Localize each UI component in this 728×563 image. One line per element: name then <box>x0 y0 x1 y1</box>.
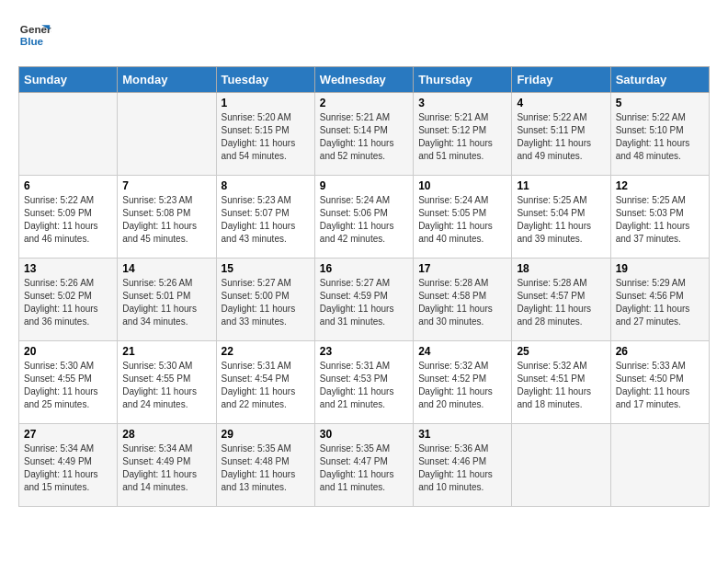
day-number: 14 <box>122 262 210 275</box>
day-info: Sunrise: 5:31 AM Sunset: 4:54 PM Dayligh… <box>222 360 310 411</box>
calendar-cell: 9Sunrise: 5:24 AM Sunset: 5:06 PM Daylig… <box>314 176 413 259</box>
calendar-cell: 27Sunrise: 5:34 AM Sunset: 4:49 PM Dayli… <box>19 424 118 507</box>
calendar-cell: 7Sunrise: 5:23 AM Sunset: 5:08 PM Daylig… <box>118 176 216 259</box>
weekday-header-friday: Friday <box>512 67 610 93</box>
day-number: 9 <box>320 179 408 192</box>
day-number: 25 <box>517 345 605 358</box>
svg-text:General: General <box>20 23 51 35</box>
day-info: Sunrise: 5:20 AM Sunset: 5:15 PM Dayligh… <box>222 111 310 163</box>
day-info: Sunrise: 5:21 AM Sunset: 5:12 PM Dayligh… <box>418 111 506 163</box>
calendar-cell: 23Sunrise: 5:31 AM Sunset: 4:53 PM Dayli… <box>314 341 413 424</box>
calendar-cell: 30Sunrise: 5:35 AM Sunset: 4:47 PM Dayli… <box>314 424 413 507</box>
calendar-cell: 2Sunrise: 5:21 AM Sunset: 5:14 PM Daylig… <box>314 93 413 176</box>
day-info: Sunrise: 5:25 AM Sunset: 5:03 PM Dayligh… <box>616 194 704 246</box>
day-number: 6 <box>24 179 112 192</box>
day-info: Sunrise: 5:22 AM Sunset: 5:10 PM Dayligh… <box>616 111 704 163</box>
day-info: Sunrise: 5:22 AM Sunset: 5:09 PM Dayligh… <box>24 194 112 246</box>
day-info: Sunrise: 5:30 AM Sunset: 4:55 PM Dayligh… <box>24 360 112 411</box>
day-info: Sunrise: 5:23 AM Sunset: 5:07 PM Dayligh… <box>222 194 310 246</box>
day-info: Sunrise: 5:31 AM Sunset: 4:53 PM Dayligh… <box>320 360 408 411</box>
day-number: 11 <box>517 179 605 192</box>
calendar-cell: 25Sunrise: 5:32 AM Sunset: 4:51 PM Dayli… <box>512 341 610 424</box>
day-info: Sunrise: 5:27 AM Sunset: 4:59 PM Dayligh… <box>320 277 408 328</box>
calendar-cell: 14Sunrise: 5:26 AM Sunset: 5:01 PM Dayli… <box>118 259 216 341</box>
day-number: 19 <box>616 262 704 275</box>
calendar-cell: 20Sunrise: 5:30 AM Sunset: 4:55 PM Dayli… <box>19 341 118 424</box>
weekday-header-saturday: Saturday <box>610 67 709 93</box>
weekday-header-wednesday: Wednesday <box>314 67 413 93</box>
calendar-cell: 16Sunrise: 5:27 AM Sunset: 4:59 PM Dayli… <box>314 259 413 341</box>
calendar-cell: 4Sunrise: 5:22 AM Sunset: 5:11 PM Daylig… <box>512 93 610 176</box>
calendar-cell <box>610 424 709 507</box>
calendar-cell: 22Sunrise: 5:31 AM Sunset: 4:54 PM Dayli… <box>216 341 314 424</box>
day-info: Sunrise: 5:24 AM Sunset: 5:06 PM Dayligh… <box>320 194 408 246</box>
day-info: Sunrise: 5:22 AM Sunset: 5:11 PM Dayligh… <box>517 111 605 163</box>
weekday-header-tuesday: Tuesday <box>216 67 314 93</box>
day-number: 23 <box>320 345 408 358</box>
day-number: 12 <box>616 179 704 192</box>
day-number: 29 <box>222 428 310 441</box>
day-number: 2 <box>320 97 408 109</box>
day-number: 4 <box>517 97 605 109</box>
calendar-cell <box>512 424 610 507</box>
day-number: 30 <box>320 428 408 441</box>
calendar-cell: 17Sunrise: 5:28 AM Sunset: 4:58 PM Dayli… <box>414 259 512 341</box>
calendar-cell: 19Sunrise: 5:29 AM Sunset: 4:56 PM Dayli… <box>610 259 709 341</box>
logo-icon: General Blue <box>18 18 51 52</box>
weekday-header-thursday: Thursday <box>414 67 512 93</box>
day-info: Sunrise: 5:24 AM Sunset: 5:05 PM Dayligh… <box>418 194 506 246</box>
day-number: 18 <box>517 262 605 275</box>
calendar-cell: 24Sunrise: 5:32 AM Sunset: 4:52 PM Dayli… <box>414 341 512 424</box>
day-number: 1 <box>222 97 310 109</box>
day-number: 16 <box>320 262 408 275</box>
day-info: Sunrise: 5:25 AM Sunset: 5:04 PM Dayligh… <box>517 194 605 246</box>
day-number: 10 <box>418 179 506 192</box>
week-row-1: 1Sunrise: 5:20 AM Sunset: 5:15 PM Daylig… <box>19 93 710 176</box>
day-number: 8 <box>222 179 310 192</box>
svg-text:Blue: Blue <box>20 35 44 47</box>
day-number: 5 <box>616 97 704 109</box>
calendar-cell <box>19 93 118 176</box>
page-header: General Blue <box>18 18 710 52</box>
calendar-cell: 8Sunrise: 5:23 AM Sunset: 5:07 PM Daylig… <box>216 176 314 259</box>
week-row-3: 13Sunrise: 5:26 AM Sunset: 5:02 PM Dayli… <box>19 259 710 341</box>
week-row-4: 20Sunrise: 5:30 AM Sunset: 4:55 PM Dayli… <box>19 341 710 424</box>
day-info: Sunrise: 5:26 AM Sunset: 5:02 PM Dayligh… <box>24 277 112 328</box>
calendar-cell: 11Sunrise: 5:25 AM Sunset: 5:04 PM Dayli… <box>512 176 610 259</box>
calendar-cell: 21Sunrise: 5:30 AM Sunset: 4:55 PM Dayli… <box>118 341 216 424</box>
day-info: Sunrise: 5:35 AM Sunset: 4:47 PM Dayligh… <box>320 442 408 494</box>
calendar-cell: 3Sunrise: 5:21 AM Sunset: 5:12 PM Daylig… <box>414 93 512 176</box>
day-number: 27 <box>24 428 112 441</box>
day-info: Sunrise: 5:30 AM Sunset: 4:55 PM Dayligh… <box>122 360 210 411</box>
week-row-2: 6Sunrise: 5:22 AM Sunset: 5:09 PM Daylig… <box>19 176 710 259</box>
day-info: Sunrise: 5:23 AM Sunset: 5:08 PM Dayligh… <box>122 194 210 246</box>
day-info: Sunrise: 5:27 AM Sunset: 5:00 PM Dayligh… <box>222 277 310 328</box>
day-number: 17 <box>418 262 506 275</box>
calendar-cell: 15Sunrise: 5:27 AM Sunset: 5:00 PM Dayli… <box>216 259 314 341</box>
day-number: 24 <box>418 345 506 358</box>
day-info: Sunrise: 5:36 AM Sunset: 4:46 PM Dayligh… <box>418 442 506 494</box>
calendar-cell <box>118 93 216 176</box>
day-number: 13 <box>24 262 112 275</box>
day-number: 31 <box>418 428 506 441</box>
day-number: 28 <box>122 428 210 441</box>
day-info: Sunrise: 5:32 AM Sunset: 4:51 PM Dayligh… <box>517 360 605 411</box>
day-info: Sunrise: 5:21 AM Sunset: 5:14 PM Dayligh… <box>320 111 408 163</box>
day-number: 20 <box>24 345 112 358</box>
day-number: 3 <box>418 97 506 109</box>
day-number: 15 <box>222 262 310 275</box>
calendar-cell: 12Sunrise: 5:25 AM Sunset: 5:03 PM Dayli… <box>610 176 709 259</box>
day-info: Sunrise: 5:34 AM Sunset: 4:49 PM Dayligh… <box>122 442 210 494</box>
weekday-header-sunday: Sunday <box>19 67 118 93</box>
calendar-cell: 5Sunrise: 5:22 AM Sunset: 5:10 PM Daylig… <box>610 93 709 176</box>
day-info: Sunrise: 5:28 AM Sunset: 4:58 PM Dayligh… <box>418 277 506 328</box>
calendar-cell: 18Sunrise: 5:28 AM Sunset: 4:57 PM Dayli… <box>512 259 610 341</box>
calendar-cell: 13Sunrise: 5:26 AM Sunset: 5:02 PM Dayli… <box>19 259 118 341</box>
weekday-header-row: SundayMondayTuesdayWednesdayThursdayFrid… <box>19 67 710 93</box>
day-info: Sunrise: 5:33 AM Sunset: 4:50 PM Dayligh… <box>616 360 704 411</box>
day-info: Sunrise: 5:29 AM Sunset: 4:56 PM Dayligh… <box>616 277 704 328</box>
day-info: Sunrise: 5:34 AM Sunset: 4:49 PM Dayligh… <box>24 442 112 494</box>
day-number: 21 <box>122 345 210 358</box>
calendar-cell: 6Sunrise: 5:22 AM Sunset: 5:09 PM Daylig… <box>19 176 118 259</box>
week-row-5: 27Sunrise: 5:34 AM Sunset: 4:49 PM Dayli… <box>19 424 710 507</box>
